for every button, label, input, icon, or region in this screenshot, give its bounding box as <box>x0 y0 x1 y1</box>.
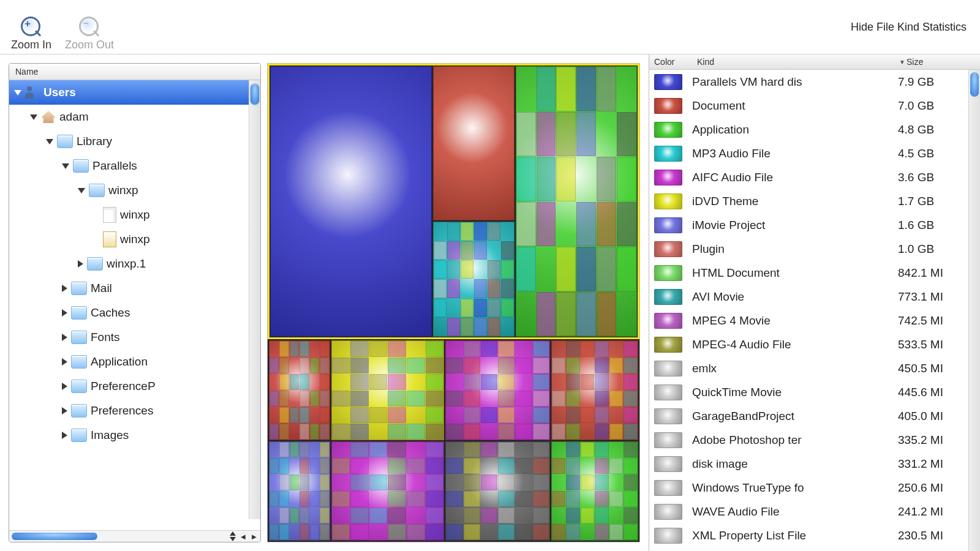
treemap-cell[interactable] <box>331 441 445 541</box>
tree-hscroll-right[interactable]: ▶ <box>251 533 258 540</box>
disclosure-triangle-icon[interactable] <box>62 163 69 169</box>
stats-size-label: 773.1 MI <box>898 290 965 304</box>
tree-row[interactable]: winxp <box>9 178 249 203</box>
color-swatch <box>654 146 682 162</box>
hide-file-kind-statistics-button[interactable]: Hide File Kind Statistics <box>851 21 969 34</box>
tree-row[interactable]: adam <box>9 105 249 129</box>
stats-kind-label: Document <box>692 99 895 113</box>
stats-row[interactable]: QuickTime Movie445.6 MI <box>649 380 969 404</box>
stats-row[interactable]: Adobe Photoshop ter335.2 MI <box>649 428 969 452</box>
stats-kind-label: Parallels VM hard dis <box>692 75 895 89</box>
stats-body: Parallels VM hard dis7.9 GBDocument7.0 G… <box>649 70 980 551</box>
treemap-cell[interactable] <box>269 441 330 541</box>
stats-row[interactable]: iDVD Theme1.7 GB <box>649 189 969 213</box>
stats-row[interactable]: AVI Movie773.1 MI <box>649 285 969 309</box>
treemap-cell[interactable] <box>433 66 514 220</box>
tree-header-name[interactable]: Name <box>9 64 260 80</box>
tree-hscroll-left[interactable]: ◀ <box>239 533 247 540</box>
stats-row[interactable]: Parallels VM hard dis7.9 GB <box>649 70 969 94</box>
stats-kind-label: emlx <box>692 362 895 375</box>
stats-row[interactable]: Folder221.3 MI <box>649 547 969 551</box>
disclosure-triangle-icon[interactable] <box>62 334 67 341</box>
tree-rows[interactable]: UsersadamLibraryParallelswinxpwinxpwinxp… <box>9 80 249 530</box>
treemap-cell[interactable] <box>445 441 550 541</box>
stats-row[interactable]: MPEG-4 Audio File533.5 MI <box>649 332 969 356</box>
tree-row[interactable]: winxp <box>9 227 249 252</box>
stats-header-kind[interactable]: Kind <box>697 57 898 67</box>
stats-row[interactable]: Windows TrueType fo250.6 MI <box>649 476 969 500</box>
treemap-selected-region[interactable] <box>268 64 639 339</box>
tree-row[interactable]: Users <box>9 80 249 105</box>
treemap-lower-region[interactable] <box>268 339 639 542</box>
disclosure-triangle-icon[interactable] <box>62 383 67 390</box>
tree-vertical-scrollbar[interactable] <box>249 80 260 519</box>
stats-vertical-scrollbar[interactable] <box>968 70 980 551</box>
zoom-in-button[interactable]: + Zoom In <box>11 17 51 51</box>
disclosure-triangle-icon[interactable] <box>78 188 85 193</box>
zoom-in-icon: + <box>21 17 42 37</box>
disclosure-triangle-icon[interactable] <box>62 309 67 317</box>
tree-row[interactable]: Library <box>9 129 249 154</box>
color-swatch <box>654 528 682 544</box>
stats-row[interactable]: AIFC Audio File3.6 GB <box>649 165 969 189</box>
treemap-cell[interactable] <box>445 340 550 440</box>
tree-hscroll-thumb[interactable] <box>12 533 97 540</box>
tree-horizontal-scrollbar[interactable]: ◀ ▶ <box>9 530 260 542</box>
stats-row[interactable]: GarageBandProject405.0 MI <box>649 404 969 428</box>
treemap-cell[interactable] <box>269 340 330 440</box>
tree-stepper[interactable] <box>230 531 236 541</box>
tree-row[interactable]: Fonts <box>9 325 249 350</box>
disclosure-triangle-icon[interactable] <box>78 260 83 268</box>
zoom-out-button[interactable]: − Zoom Out <box>65 17 114 51</box>
stats-row[interactable]: Document7.0 GB <box>649 94 969 118</box>
tree-row[interactable]: Application <box>9 350 249 374</box>
tree-row-label: winxp <box>120 233 150 246</box>
stats-row[interactable]: HTML Document842.1 MI <box>649 261 969 285</box>
disclosure-triangle-icon[interactable] <box>14 90 21 96</box>
stats-row[interactable]: disk image331.2 MI <box>649 452 969 476</box>
stats-row[interactable]: Plugin1.0 GB <box>649 237 969 261</box>
stats-header-color[interactable]: Color <box>649 57 697 67</box>
stats-header-size[interactable]: Size <box>907 57 980 67</box>
tree-row[interactable]: winxp.1 <box>9 252 249 276</box>
treemap-cell[interactable] <box>270 66 432 337</box>
stats-kind-label: Windows TrueType fo <box>692 481 895 495</box>
treemap-cell[interactable] <box>331 340 445 440</box>
stats-row[interactable]: MP3 Audio File4.5 GB <box>649 141 969 165</box>
tree-scrollbar-thumb[interactable] <box>251 84 259 105</box>
disclosure-triangle-icon[interactable] <box>46 139 53 144</box>
stats-size-label: 335.2 MI <box>898 433 965 447</box>
stats-rows[interactable]: Parallels VM hard dis7.9 GBDocument7.0 G… <box>649 70 969 551</box>
tree-row[interactable]: Mail <box>9 276 249 301</box>
users-icon <box>25 86 40 99</box>
color-swatch <box>654 504 682 520</box>
stats-kind-label: MP3 Audio File <box>692 147 895 160</box>
stats-row[interactable]: iMovie Project1.6 GB <box>649 213 969 237</box>
disclosure-triangle-icon[interactable] <box>62 407 67 414</box>
tree-row-label: Application <box>91 355 148 369</box>
tree-row[interactable]: Preferences <box>9 399 249 423</box>
tree-row[interactable]: Parallels <box>9 154 249 178</box>
stats-size-label: 842.1 MI <box>898 266 965 280</box>
zoom-in-label: Zoom In <box>11 39 51 51</box>
stats-scrollbar-thumb[interactable] <box>970 72 979 97</box>
disclosure-triangle-icon[interactable] <box>62 358 67 365</box>
stats-kind-label: disk image <box>692 457 895 471</box>
folder-icon <box>73 159 89 173</box>
stats-row[interactable]: emlx450.5 MI <box>649 356 969 380</box>
tree-row[interactable]: Caches <box>9 301 249 325</box>
color-swatch <box>654 170 682 186</box>
disclosure-triangle-icon[interactable] <box>30 114 37 120</box>
stats-row[interactable]: WAVE Audio File241.2 MI <box>649 500 969 523</box>
disclosure-triangle-icon[interactable] <box>62 432 67 439</box>
tree-row[interactable]: PreferenceP <box>9 374 249 399</box>
tree-row[interactable]: Images <box>9 423 249 448</box>
stats-row[interactable]: Application4.8 GB <box>649 118 969 141</box>
treemap-cell[interactable] <box>551 340 638 440</box>
stats-row[interactable]: XML Property List File230.5 MI <box>649 523 969 547</box>
treemap-visualization[interactable] <box>267 63 640 542</box>
treemap-cell[interactable] <box>551 441 638 541</box>
disclosure-triangle-icon[interactable] <box>62 285 67 292</box>
tree-row[interactable]: winxp <box>9 203 249 227</box>
stats-row[interactable]: MPEG 4 Movie742.5 MI <box>649 309 969 332</box>
